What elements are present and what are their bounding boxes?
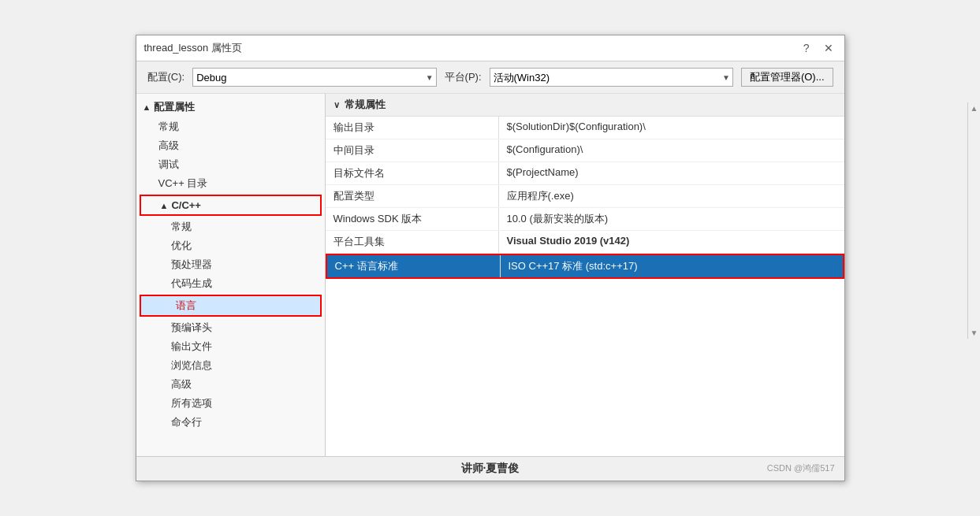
tree-item-cpp-lang[interactable]: 语言 [140,295,322,317]
tree-item-cpp-browse[interactable]: 浏览信息 [136,356,325,375]
prop-name-inter-dir: 中间目录 [326,139,499,161]
prop-row-cpp-lang-std[interactable]: C++ 语言标准 ISO C++17 标准 (std:c++17) [326,254,844,279]
config-props-label: 配置属性 [154,100,195,114]
prop-name-win-sdk: Windows SDK 版本 [326,208,499,230]
tree-item-cpp-general-label: 常规 [171,220,192,234]
prop-value-target-name: $(ProjectName) [499,162,844,184]
prop-section-toggle: ∨ [333,100,340,110]
platform-select-wrapper: 活动(Win32) ▼ [490,68,733,87]
tree-item-debug[interactable]: 调试 [136,155,325,174]
dialog-window: thread_lesson 属性页 ? ✕ 配置(C): Debug ▼ 平台(… [136,35,845,481]
prop-row-output-dir[interactable]: 输出目录 $(SolutionDir)$(Configuration)\ [326,117,844,139]
bottom-text: 讲师·夏曹俊 [461,462,520,476]
cpp-toggle: ▲ [160,201,169,210]
tree-item-cpp-output-label: 输出文件 [171,340,212,354]
tree-item-advanced-label: 高级 [158,139,179,153]
prop-row-target-name[interactable]: 目标文件名 $(ProjectName) [326,162,844,185]
config-props-toggle: ▲ [143,102,151,112]
toolbar-row: 配置(C): Debug ▼ 平台(P): 活动(Win32) ▼ 配置管理器(… [136,61,844,94]
prop-name-output-dir: 输出目录 [326,117,499,139]
prop-name-cpp-lang-std: C++ 语言标准 [327,255,501,277]
tree-item-cpp-codegen-label: 代码生成 [171,277,212,291]
prop-value-inter-dir: $(Configuration)\ [499,139,844,161]
tree-item-cpp-preprocess-label: 预处理器 [171,258,212,272]
prop-row-platform-toolset[interactable]: 平台工具集 Visual Studio 2019 (v142) [326,231,844,254]
csdn-watermark: CSDN @鸿儒517 [767,462,835,474]
tree-item-cpp-codegen[interactable]: 代码生成 [136,274,325,293]
tree-section-config-props[interactable]: ▲ 配置属性 [136,97,325,117]
tree-item-cpp-general[interactable]: 常规 [136,217,325,236]
tree-item-cpp-optimize[interactable]: 优化 [136,236,325,255]
platform-label: 平台(P): [445,70,482,84]
tree-item-cpp-advanced[interactable]: 高级 [136,375,325,394]
tree-item-cpp-browse-label: 浏览信息 [171,358,212,373]
cpp-label: C/C++ [171,199,201,211]
tree-item-cpp-advanced-label: 高级 [171,377,192,392]
tree-item-cpp-lang-label: 语言 [176,299,196,313]
tree-item-advanced[interactable]: 高级 [136,136,325,155]
config-select-wrapper: Debug ▼ [192,68,436,87]
right-panel: ∨ 常规属性 输出目录 $(SolutionDir)$(Configuratio… [326,94,844,456]
tree-item-cpp-preprocess[interactable]: 预处理器 [136,255,325,274]
config-label: 配置(C): [147,70,185,84]
title-bar: thread_lesson 属性页 ? ✕ [136,35,844,61]
tree-section-cpp[interactable]: ▲ C/C++ [140,195,322,216]
close-button[interactable]: ✕ [821,40,837,56]
window-title: thread_lesson 属性页 [144,41,242,55]
platform-select-group: 活动(Win32) ▼ [490,68,733,87]
tree-item-cpp-cmdline[interactable]: 命令行 [136,413,325,432]
prop-row-win-sdk[interactable]: Windows SDK 版本 10.0 (最新安装的版本) [326,208,844,231]
config-select[interactable]: Debug [192,68,436,87]
prop-value-win-sdk: 10.0 (最新安装的版本) [499,208,844,230]
tree-item-cpp-optimize-label: 优化 [171,239,192,253]
prop-row-config-type[interactable]: 配置类型 应用程序(.exe) [326,185,844,208]
title-buttons: ? ✕ [800,40,837,56]
tree-item-vc-dirs-label: VC++ 目录 [158,176,208,191]
prop-section-label: 常规属性 [345,98,386,112]
tree-item-general-label: 常规 [158,120,179,134]
prop-value-output-dir: $(SolutionDir)$(Configuration)\ [499,117,844,139]
tree-item-cpp-output[interactable]: 输出文件 [136,337,325,356]
prop-value-platform-toolset: Visual Studio 2019 (v142) [499,231,844,253]
prop-row-inter-dir[interactable]: 中间目录 $(Configuration)\ [326,139,844,162]
prop-name-target-name: 目标文件名 [326,162,499,184]
tree-item-cpp-all[interactable]: 所有选项 [136,394,325,413]
prop-name-config-type: 配置类型 [326,185,499,207]
bottom-bar: 讲师·夏曹俊 CSDN @鸿儒517 [136,456,844,481]
main-content: ▲ 配置属性 常规 高级 调试 VC++ 目录 [136,94,844,456]
prop-name-platform-toolset: 平台工具集 [326,231,499,253]
tree-item-cpp-pch-label: 预编译头 [171,321,212,335]
left-panel: ▲ 配置属性 常规 高级 调试 VC++ 目录 [136,94,326,456]
left-tree: ▲ 配置属性 常规 高级 调试 VC++ 目录 [136,94,325,435]
tree-item-cpp-cmdline-label: 命令行 [171,415,202,429]
tree-item-vc-dirs[interactable]: VC++ 目录 [136,174,325,193]
prop-section-header[interactable]: ∨ 常规属性 [326,94,844,117]
platform-select[interactable]: 活动(Win32) [490,68,733,87]
config-manager-button[interactable]: 配置管理器(O)... [741,68,833,87]
tree-item-cpp-all-label: 所有选项 [171,396,212,410]
config-select-group: Debug ▼ [192,68,436,87]
prop-value-cpp-lang-std: ISO C++17 标准 (std:c++17) [501,255,843,277]
help-button[interactable]: ? [800,40,813,56]
tree-item-general[interactable]: 常规 [136,117,325,136]
tree-item-cpp-pch[interactable]: 预编译头 [136,318,325,337]
prop-value-config-type: 应用程序(.exe) [499,185,844,207]
tree-item-debug-label: 调试 [158,158,179,172]
